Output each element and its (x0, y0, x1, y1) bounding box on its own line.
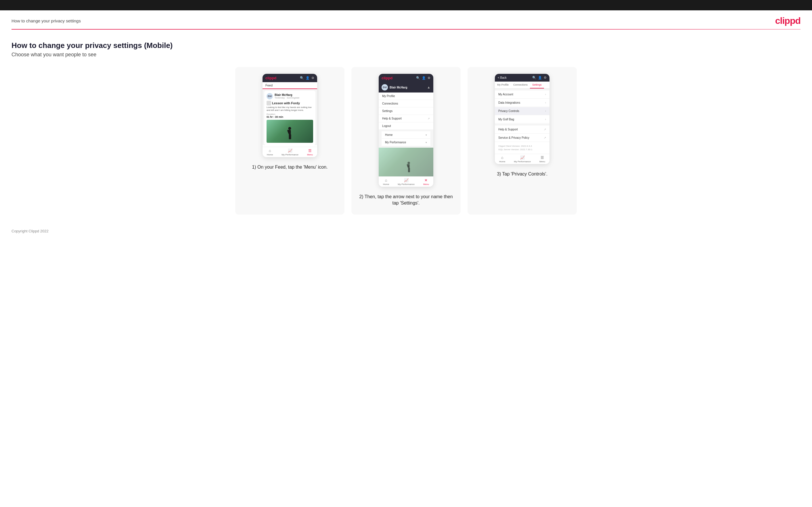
my-account-label: My Account (498, 93, 513, 96)
step-3-caption: 3) Tap 'Privacy Controls'. (497, 171, 548, 177)
version-line-1: Clippd Client Version: 2022.8.3-3 (498, 145, 546, 148)
logo: clippd (775, 15, 801, 26)
settings-row-my-account[interactable]: My Account › (495, 91, 550, 99)
home-icon-2: ⌂ (385, 178, 387, 182)
service-privacy-ext-icon: ↗ (544, 136, 546, 139)
phone-bottom-bar-3: ⌂ Home 📈 My Performance ☰ Menu (495, 154, 550, 164)
avatar-2: BM (382, 84, 388, 91)
profile-icon[interactable]: 👤 (306, 76, 310, 80)
tab-connections[interactable]: Connections (511, 81, 530, 89)
help-ext-icon-3: ↗ (544, 128, 546, 131)
step-2-caption: 2) Then, tap the arrow next to your name… (357, 193, 455, 207)
lesson-icon (266, 101, 271, 105)
privacy-controls-label: Privacy Controls (498, 109, 519, 113)
search-icon-2[interactable]: 🔍 (416, 76, 420, 80)
phone-bottom-bar-1: ⌂ Home 📈 My Performance ☰ Menu (262, 147, 317, 157)
svg-rect-4 (290, 134, 291, 139)
settings-version: Clippd Client Version: 2022.8.3-3 GQL Se… (495, 142, 550, 154)
menu-item-help[interactable]: Help & Support ↗ (379, 115, 433, 122)
settings-icon-3[interactable]: ⚙ (544, 76, 547, 79)
bottom-tab-menu-label-2: Menu (423, 183, 429, 185)
my-golf-bag-chevron: › (545, 118, 546, 121)
search-icon-3[interactable]: 🔍 (532, 76, 536, 79)
data-integrations-label: Data Integrations (498, 101, 520, 104)
settings-row-my-golf-bag[interactable]: My Golf Bag › (495, 115, 550, 123)
search-icon[interactable]: 🔍 (300, 76, 304, 80)
settings-tabs: My Profile Connections Settings (495, 81, 550, 89)
tab-my-profile[interactable]: My Profile (495, 81, 511, 89)
golfer-silhouette (285, 127, 295, 143)
settings-row-privacy-controls[interactable]: Privacy Controls › (495, 107, 550, 115)
perf-chevron: ▾ (425, 141, 427, 144)
phone-nav-icons-3: 🔍 👤 ⚙ (532, 76, 547, 79)
bottom-tab-perf-1[interactable]: 📈 My Performance (282, 149, 299, 156)
menu-section: Home ▾ My Performance ▾ (379, 130, 433, 148)
menu-item-my-profile[interactable]: My Profile (379, 93, 433, 100)
bottom-tab-menu-1[interactable]: ☰ Menu (307, 149, 313, 156)
settings-back-bar: < Back 🔍 👤 ⚙ (495, 74, 550, 81)
feed-post: BM Blair McHarg Yesterday · Sunningdale … (264, 91, 315, 145)
settings-row-help[interactable]: Help & Support ↗ (495, 125, 550, 133)
footer: Copyright Clippd 2022 (0, 223, 812, 240)
feed-tab: Feed (262, 82, 317, 89)
step-1-caption: 1) On your Feed, tap the 'Menu' icon. (252, 164, 327, 170)
bottom-tab-home-label-1: Home (267, 153, 273, 156)
phone-bottom-bar-2: ⌂ Home 📈 My Performance ✕ Menu (379, 176, 433, 187)
menu-item-logout[interactable]: Logout (379, 122, 433, 130)
chart-icon-1: 📈 (288, 149, 293, 153)
steps-row: clippd 🔍 👤 ⚙ Feed BM Blair McHarg (11, 67, 801, 215)
phone-mockup-3: < Back 🔍 👤 ⚙ My Profile Connections Sett… (495, 74, 550, 164)
profile-icon-2[interactable]: 👤 (422, 76, 426, 80)
my-profile-label: My Profile (382, 95, 395, 98)
phone-logo-2: clippd (382, 76, 393, 80)
feed-duration-label: Duration (266, 113, 313, 115)
back-button[interactable]: < Back (498, 76, 507, 79)
chart-icon-2: 📈 (404, 178, 409, 182)
phone-logo-1: clippd (265, 76, 276, 80)
page-subheading: Choose what you want people to see (11, 52, 801, 58)
settings-icon[interactable]: ⚙ (311, 76, 314, 80)
menu-item-settings[interactable]: Settings (379, 107, 433, 115)
chart-icon-3: 📈 (520, 155, 525, 160)
main-content: How to change your privacy settings (Mob… (0, 30, 812, 223)
feed-image (266, 120, 313, 143)
menu-section-home[interactable]: Home ▾ (382, 131, 430, 139)
profile-icon-3[interactable]: 👤 (538, 76, 542, 79)
bottom-tab-menu-2[interactable]: ✕ Menu (423, 178, 429, 185)
phone-nav-icons-1: 🔍 👤 ⚙ (300, 76, 314, 80)
bottom-tab-home-label-3: Home (499, 160, 505, 163)
tab-settings[interactable]: Settings (530, 81, 544, 89)
bottom-tab-perf-3[interactable]: 📈 My Performance (514, 155, 531, 163)
bottom-tab-perf-2[interactable]: 📈 My Performance (398, 178, 415, 185)
feed-lesson-title: Lesson with Fordy (272, 101, 300, 105)
bottom-tab-home-3[interactable]: ⌂ Home (499, 155, 505, 163)
menu-user-row[interactable]: BM Blair McHarg ▲ (379, 82, 433, 93)
phone-nav-1: clippd 🔍 👤 ⚙ (262, 74, 317, 82)
menu-section-perf[interactable]: My Performance ▾ (382, 139, 430, 146)
phone-nav-icons-2: 🔍 👤 ⚙ (416, 76, 430, 80)
version-line-2: GQL Server Version: 2022.7.30-1 (498, 148, 546, 151)
svg-point-5 (407, 162, 410, 164)
settings-icon-2[interactable]: ⚙ (427, 76, 430, 80)
privacy-controls-chevron: › (545, 109, 546, 113)
bottom-tab-home-1[interactable]: ⌂ Home (267, 149, 273, 156)
bottom-tab-home-2[interactable]: ⌂ Home (383, 178, 389, 185)
bottom-tab-perf-label-1: My Performance (282, 153, 299, 156)
step-3-card: < Back 🔍 👤 ⚙ My Profile Connections Sett… (467, 67, 577, 215)
menu-chevron-up: ▲ (427, 85, 430, 89)
header: How to change your privacy settings clip… (0, 10, 812, 29)
home-icon-3: ⌂ (501, 155, 504, 160)
feed-screen: Feed BM Blair McHarg Yesterday · Sunning… (262, 82, 317, 145)
my-account-chevron: › (545, 93, 546, 96)
bottom-tab-home-label-2: Home (383, 183, 389, 185)
phone-mockup-1: clippd 🔍 👤 ⚙ Feed BM Blair McHarg (262, 74, 317, 157)
bottom-tab-menu-3[interactable]: ☰ Menu (540, 155, 545, 163)
settings-row-service-privacy[interactable]: Service & Privacy Policy ↗ (495, 134, 550, 142)
settings-row-data-integrations[interactable]: Data Integrations › (495, 99, 550, 107)
menu-user-left: BM Blair McHarg (382, 84, 407, 91)
my-golf-bag-label: My Golf Bag (498, 118, 514, 121)
menu-item-connections[interactable]: Connections (379, 100, 433, 107)
step-2-card: clippd 🔍 👤 ⚙ BM Blair McHarg ▲ (351, 67, 461, 215)
menu-icon-3: ☰ (541, 155, 544, 160)
top-bar (0, 0, 812, 10)
